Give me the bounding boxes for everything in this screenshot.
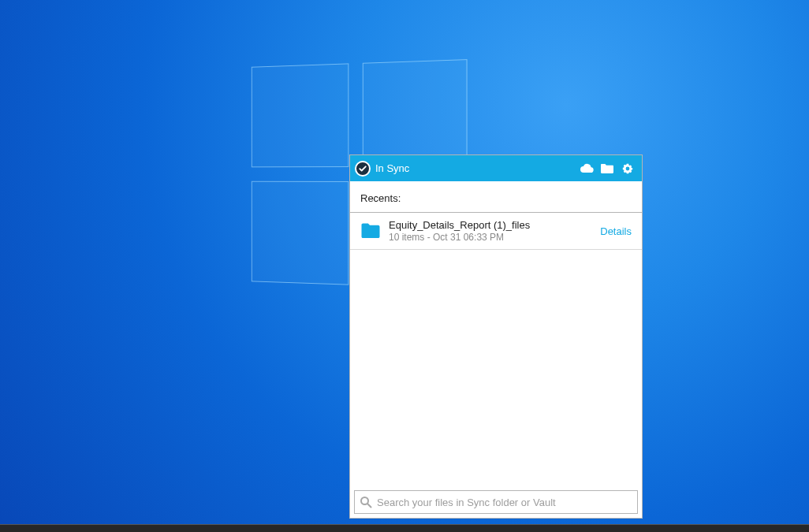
recents-heading: Recents: [350, 181, 642, 213]
folder-icon [360, 222, 381, 240]
file-meta: 10 items - Oct 31 06:33 PM [389, 232, 592, 243]
list-item[interactable]: Equity_Details_Report (1)_files 10 items… [350, 213, 642, 250]
search-icon [360, 496, 372, 508]
sync-status-text: In Sync [375, 162, 409, 174]
taskbar[interactable] [0, 524, 809, 532]
file-info: Equity_Details_Report (1)_files 10 items… [389, 219, 592, 243]
gear-icon[interactable] [620, 161, 636, 177]
recents-list: Equity_Details_Report (1)_files 10 items… [350, 213, 642, 486]
search-input[interactable] [377, 497, 632, 508]
cloud-icon[interactable] [579, 161, 595, 177]
search-box[interactable] [354, 490, 638, 514]
panel-header: In Sync [350, 155, 642, 181]
svg-line-1 [367, 504, 371, 507]
desktop-background: In Sync Recents: [0, 0, 809, 524]
details-link[interactable]: Details [600, 225, 632, 237]
folder-icon[interactable] [599, 161, 615, 177]
file-name: Equity_Details_Report (1)_files [389, 219, 592, 231]
sync-status-icon [355, 161, 371, 177]
sync-panel: In Sync Recents: [349, 154, 643, 519]
search-wrap [350, 486, 642, 518]
